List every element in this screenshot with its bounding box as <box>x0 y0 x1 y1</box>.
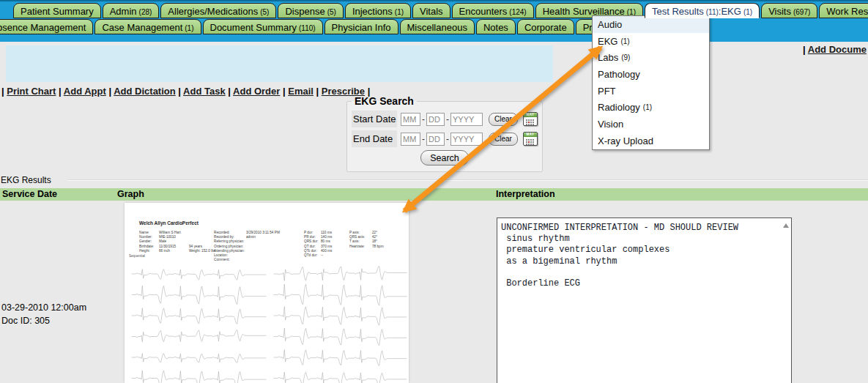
chart-tab[interactable]: Dispense(5) <box>278 3 343 18</box>
dropdown-menu-item[interactable]: Radiology(1) <box>593 99 709 116</box>
end-year-input[interactable] <box>450 133 483 146</box>
calendar-grid-dots <box>526 139 527 141</box>
start-year-input[interactable] <box>450 113 483 126</box>
tab-count: (124) <box>509 8 526 16</box>
action-link[interactable]: Email <box>288 86 314 97</box>
chart-tab[interactable]: bsence Management <box>0 19 93 34</box>
ehr-screen: Patient Summary Admin(28) Allergies/Medi… <box>0 0 868 383</box>
start-month-input[interactable] <box>401 113 420 126</box>
date-dash: - <box>422 134 425 144</box>
chart-tab[interactable]: Physician Info <box>324 19 398 34</box>
column-header-graph: Graph <box>117 189 144 199</box>
date-dash: - <box>422 114 425 124</box>
action-link[interactable]: Add Appt <box>64 86 106 97</box>
end-clear-button[interactable]: Clear <box>489 133 518 146</box>
interpretation-textarea[interactable]: UNCONFIRMED INTERPRETATION - MD SHOULD R… <box>497 217 792 383</box>
test-results-dropdown-menu: Audio EKG(1) Labs(9) Pathology PFT Radio… <box>592 15 710 150</box>
end-date-row: End Date - - Clear MAY <box>352 130 538 147</box>
doc-id-value: Doc ID: 305 <box>1 314 86 327</box>
chart-tab[interactable]: Encounters(124) <box>452 3 534 18</box>
column-header-service-date: Service Date <box>2 189 57 199</box>
end-calendar-icon[interactable]: MAY <box>523 132 538 146</box>
tab-count: (28) <box>139 8 152 16</box>
menu-item-count: (1) <box>620 37 629 45</box>
start-day-input[interactable] <box>426 113 445 126</box>
end-month-input[interactable] <box>401 133 420 146</box>
add-document-link-wrap: | Add Docume <box>803 44 867 55</box>
column-header-interpretation: Interpretation <box>496 189 555 199</box>
date-dash: - <box>446 114 449 124</box>
start-clear-button[interactable]: Clear <box>489 113 518 126</box>
start-date-label: Start Date <box>352 111 397 127</box>
end-day-input[interactable] <box>426 133 445 146</box>
dropdown-menu-item[interactable]: EKG(1) <box>593 33 709 50</box>
calendar-grid-dots <box>526 119 527 121</box>
top-tab-band: Patient Summary Admin(28) Allergies/Medi… <box>0 0 868 42</box>
ekg-report-sheet: Welch Allyn CardioPerfect Name:William S… <box>125 203 409 383</box>
interpretation-text: UNCONFIRMED INTERPRETATION - MD SHOULD R… <box>501 223 781 289</box>
dropdown-menu-item[interactable]: Labs(9) <box>593 49 709 66</box>
action-link[interactable]: Add Order <box>233 86 280 97</box>
tab-row-1: Patient Summary Admin(28) Allergies/Medi… <box>13 3 868 18</box>
tab-count: (5) <box>327 8 336 16</box>
end-date-label: End Date <box>352 130 397 147</box>
results-header-bar: Service Date Graph Interpretation <box>0 188 868 201</box>
chart-tab[interactable]: Document Summary(110) <box>203 19 323 34</box>
tab-count: (5) <box>260 8 269 16</box>
ekg-search-legend: EKG Search <box>352 95 417 107</box>
chart-tab[interactable]: Injections(1) <box>345 3 411 18</box>
add-document-link[interactable]: Add Docume <box>808 44 867 55</box>
dropdown-menu-item[interactable]: Pathology <box>593 66 709 83</box>
patient-banner <box>6 45 553 82</box>
results-divider <box>67 179 868 181</box>
service-date-value: 03-29-2010 12:00am <box>1 301 86 314</box>
chart-tab[interactable]: Visits(697) <box>761 3 817 18</box>
tab-count: (1) <box>395 8 404 16</box>
search-button[interactable]: Search <box>420 150 469 166</box>
action-links-row: | Print Chart | Add Appt | Add Dictation… <box>1 86 370 97</box>
tab-count: (110) <box>299 24 316 32</box>
tab-row-2: bsence Management Case Management(1) Doc… <box>0 19 640 34</box>
menu-item-count: (1) <box>643 103 652 111</box>
chart-tab[interactable]: Vitals <box>412 3 450 18</box>
action-link[interactable]: Add Dictation <box>114 86 176 97</box>
results-section-title: EKG Results <box>1 175 51 185</box>
tab-count: (1) <box>185 24 193 32</box>
start-date-row: Start Date - - Clear MAY <box>352 111 538 127</box>
date-dash: - <box>446 134 449 144</box>
chart-tab[interactable]: Test Results(11):EKG(1) <box>645 3 760 18</box>
service-date-cell: 03-29-2010 12:00am Doc ID: 305 <box>1 301 86 327</box>
chart-tab[interactable]: Admin(28) <box>103 3 160 18</box>
chart-tab[interactable]: Case Management(1) <box>94 19 201 34</box>
ekg-waveform-traces <box>125 203 409 383</box>
pipe-separator: | <box>803 44 808 55</box>
menu-item-count: (9) <box>621 53 630 62</box>
dropdown-menu-item[interactable]: X-ray Upload <box>593 133 709 149</box>
ekg-search-fieldset: EKG Search Start Date - - Clear MAY End … <box>346 95 543 172</box>
tab-count: (1) <box>743 8 752 16</box>
chart-tab[interactable]: Notes <box>476 19 516 34</box>
tab-count: (11) <box>706 8 719 16</box>
chart-tab[interactable]: Corporate <box>517 19 574 34</box>
chart-tab[interactable]: Patient Summary <box>13 3 101 18</box>
dropdown-menu-item[interactable]: Audio <box>593 16 709 33</box>
tab-count: (697) <box>793 8 810 16</box>
chart-tab[interactable]: Allergies/Medications(5) <box>160 3 276 18</box>
action-link[interactable]: Print Chart <box>7 86 56 97</box>
dropdown-menu-item[interactable]: PFT <box>593 83 709 100</box>
scroll-up-arrow-icon[interactable] <box>783 223 789 228</box>
start-calendar-icon[interactable]: MAY <box>523 112 538 126</box>
action-link[interactable]: Add Task <box>183 86 226 97</box>
chart-tab[interactable]: Miscellaneous <box>400 19 475 34</box>
chart-tab[interactable]: Work Restrictions <box>819 3 868 18</box>
dropdown-menu-item[interactable]: Vision <box>593 116 709 133</box>
